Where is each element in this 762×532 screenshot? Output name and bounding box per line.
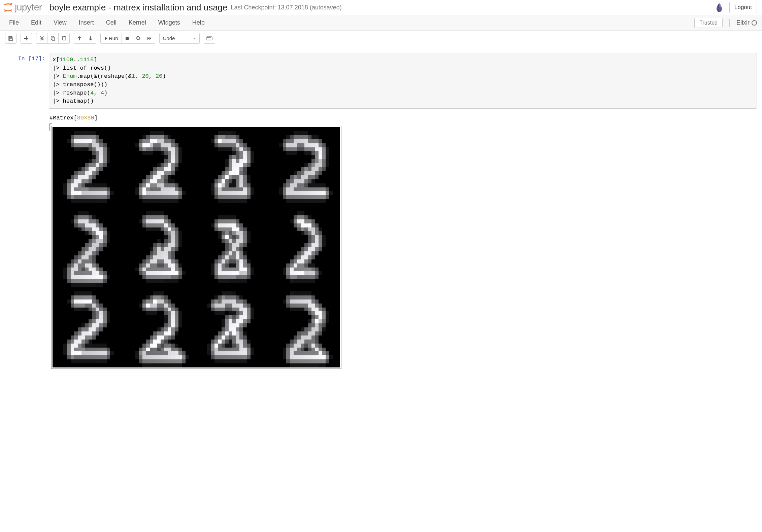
copy-button[interactable] <box>47 33 59 44</box>
digit-cell <box>53 287 125 367</box>
digit-cell <box>196 287 268 367</box>
digit-cell <box>125 127 197 207</box>
svg-point-0 <box>10 3 12 4</box>
notebook-name[interactable]: boyle example - matrex installation and … <box>49 2 228 13</box>
menu-file[interactable]: File <box>5 16 25 30</box>
digit-cell <box>53 127 125 207</box>
jupyter-logo[interactable]: jupyter <box>3 2 42 13</box>
run-step-icon <box>104 36 107 40</box>
menu-insert[interactable]: Insert <box>73 16 100 30</box>
keyboard-icon <box>206 36 212 40</box>
interrupt-button[interactable] <box>122 33 133 44</box>
digit-cell <box>196 127 268 207</box>
restart-icon <box>136 36 141 41</box>
add-cell-button[interactable] <box>21 33 32 44</box>
svg-point-2 <box>11 11 12 11</box>
menu-edit[interactable]: Edit <box>25 16 47 30</box>
svg-rect-7 <box>52 37 55 40</box>
plus-icon <box>24 36 29 41</box>
logout-button[interactable]: Logout <box>729 2 757 13</box>
fast-forward-icon <box>147 36 152 40</box>
heatmap-grid <box>52 126 341 368</box>
output-area: #Matrex[80×80] ⎡ <box>49 111 757 373</box>
trusted-button[interactable]: Trusted <box>694 18 723 28</box>
arrow-down-icon <box>89 36 93 41</box>
svg-rect-15 <box>210 37 211 38</box>
input-prompt: In [17]: <box>5 53 49 109</box>
matrex-header: #Matrex[80×80] <box>49 114 756 122</box>
digit-cell <box>125 287 197 367</box>
menu-widgets[interactable]: Widgets <box>152 16 186 30</box>
stop-icon <box>125 36 129 40</box>
svg-rect-11 <box>207 37 212 40</box>
digit-cell <box>125 207 197 287</box>
restart-button[interactable] <box>133 33 144 44</box>
checkpoint-text: Last Checkpoint: 13.07.2018 (autosaved) <box>231 4 342 11</box>
code-input[interactable]: x[1100..1115] |> list_of_rows() |> Enum.… <box>49 53 757 109</box>
digit-cell <box>53 207 125 287</box>
svg-rect-13 <box>208 37 209 38</box>
cell-type-select[interactable]: Code <box>159 33 200 44</box>
digit-cell <box>268 287 340 367</box>
elixir-logo-icon <box>714 2 725 13</box>
menu-help[interactable]: Help <box>186 16 211 30</box>
menubar: File Edit View Insert Cell Kernel Widget… <box>0 15 762 31</box>
command-palette-button[interactable] <box>204 33 215 44</box>
jupyter-icon <box>3 2 13 12</box>
svg-rect-12 <box>207 37 208 38</box>
output-cell: #Matrex[80×80] ⎡ <box>5 111 757 373</box>
svg-rect-10 <box>126 37 129 40</box>
move-down-button[interactable] <box>85 33 96 44</box>
kernel-name-text: Elixir <box>736 19 750 26</box>
digit-cell <box>196 207 268 287</box>
digit-cell <box>268 207 340 287</box>
run-label: Run <box>109 35 118 41</box>
menu-kernel[interactable]: Kernel <box>123 16 152 30</box>
save-button[interactable] <box>5 33 16 44</box>
jupyter-logo-text: jupyter <box>15 2 42 13</box>
output-prompt <box>5 111 49 373</box>
svg-point-3 <box>719 4 721 7</box>
toolbar: Run Code <box>0 31 762 46</box>
svg-rect-9 <box>63 36 65 37</box>
save-icon <box>8 36 13 41</box>
notebook-container: In [17]: x[1100..1115] |> list_of_rows()… <box>0 46 762 380</box>
svg-rect-16 <box>208 39 211 39</box>
menu-view[interactable]: View <box>47 16 73 30</box>
divider <box>729 19 730 27</box>
cut-button[interactable] <box>36 33 47 44</box>
scissors-icon <box>39 36 44 41</box>
kernel-name: Elixir <box>736 19 757 26</box>
kernel-idle-icon[interactable] <box>752 20 757 26</box>
paste-button[interactable] <box>58 33 70 44</box>
move-up-button[interactable] <box>74 33 85 44</box>
heatmap-frame: ⎡ <box>49 124 756 370</box>
restart-run-all-button[interactable] <box>144 33 155 44</box>
arrow-up-icon <box>77 36 81 41</box>
svg-rect-14 <box>209 37 210 38</box>
header: jupyter boyle example - matrex installat… <box>0 0 762 15</box>
digit-cell <box>268 127 340 207</box>
code-cell[interactable]: In [17]: x[1100..1115] |> list_of_rows()… <box>5 53 757 109</box>
paste-icon <box>62 36 67 41</box>
svg-point-1 <box>4 11 5 12</box>
copy-icon <box>51 36 56 41</box>
menu-cell[interactable]: Cell <box>100 16 123 30</box>
run-button[interactable]: Run <box>100 33 122 44</box>
